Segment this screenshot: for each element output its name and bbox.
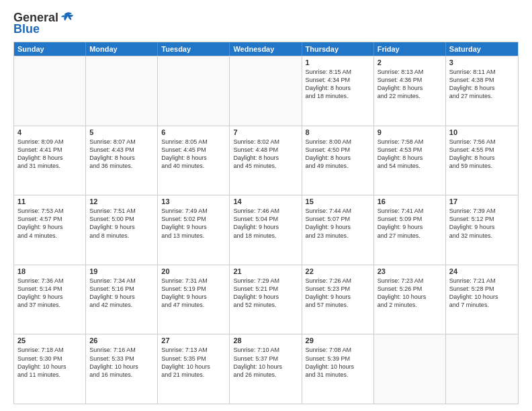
day-info: Sunrise: 7:46 AM Sunset: 5:04 PM Dayligh… [233,207,298,240]
day-info: Sunrise: 7:51 AM Sunset: 5:00 PM Dayligh… [89,207,154,240]
day-info: Sunrise: 7:08 AM Sunset: 5:39 PM Dayligh… [306,346,370,379]
calendar-day-5: 5Sunrise: 8:07 AM Sunset: 4:43 PM Daylig… [86,126,158,195]
calendar-week-1: 1Sunrise: 8:15 AM Sunset: 4:34 PM Daylig… [14,56,518,126]
header-day-sunday: Sunday [14,42,86,56]
day-number: 1 [306,58,370,66]
calendar-day-15: 15Sunrise: 7:44 AM Sunset: 5:07 PM Dayli… [302,195,374,265]
calendar-day-28: 28Sunrise: 7:10 AM Sunset: 5:37 PM Dayli… [230,334,302,404]
day-number: 25 [17,336,82,345]
day-number: 22 [306,267,370,275]
day-info: Sunrise: 7:49 AM Sunset: 5:02 PM Dayligh… [161,207,226,240]
calendar-day-13: 13Sunrise: 7:49 AM Sunset: 5:02 PM Dayli… [158,195,230,265]
day-number: 18 [17,267,82,275]
day-info: Sunrise: 7:56 AM Sunset: 4:55 PM Dayligh… [449,138,515,171]
day-info: Sunrise: 7:36 AM Sunset: 5:14 PM Dayligh… [17,277,82,310]
calendar-day-17: 17Sunrise: 7:39 AM Sunset: 5:12 PM Dayli… [446,195,518,265]
header-day-monday: Monday [86,42,158,56]
calendar-header: SundayMondayTuesdayWednesdayThursdayFrid… [14,42,518,56]
calendar-day-21: 21Sunrise: 7:29 AM Sunset: 5:21 PM Dayli… [230,265,302,334]
header: General Blue [13,11,519,36]
calendar-day-26: 26Sunrise: 7:16 AM Sunset: 5:33 PM Dayli… [86,334,158,404]
calendar-day-1: 1Sunrise: 8:15 AM Sunset: 4:34 PM Daylig… [302,56,374,126]
calendar: SundayMondayTuesdayWednesdayThursdayFrid… [13,42,519,404]
day-number: 26 [89,336,154,345]
day-info: Sunrise: 7:16 AM Sunset: 5:33 PM Dayligh… [89,346,154,379]
day-number: 5 [89,128,154,136]
calendar-day-19: 19Sunrise: 7:34 AM Sunset: 5:16 PM Dayli… [86,265,158,334]
calendar-day-2: 2Sunrise: 8:13 AM Sunset: 4:36 PM Daylig… [374,56,446,126]
header-day-wednesday: Wednesday [230,42,302,56]
calendar-day-24: 24Sunrise: 7:21 AM Sunset: 5:28 PM Dayli… [446,265,518,334]
day-number: 14 [233,197,298,205]
day-number: 8 [306,128,370,136]
day-info: Sunrise: 7:34 AM Sunset: 5:16 PM Dayligh… [89,277,154,310]
day-info: Sunrise: 8:00 AM Sunset: 4:50 PM Dayligh… [306,138,370,171]
header-day-thursday: Thursday [302,42,374,56]
day-number: 10 [449,128,515,136]
header-day-friday: Friday [374,42,446,56]
calendar-day-3: 3Sunrise: 8:11 AM Sunset: 4:38 PM Daylig… [446,56,518,126]
day-number: 6 [161,128,226,136]
day-number: 24 [449,267,515,275]
day-number: 12 [89,197,154,205]
day-number: 27 [161,336,226,345]
day-number: 11 [17,197,82,205]
day-info: Sunrise: 7:26 AM Sunset: 5:23 PM Dayligh… [306,277,370,310]
calendar-empty-cell [86,56,158,126]
header-day-tuesday: Tuesday [158,42,230,56]
calendar-body: 1Sunrise: 8:15 AM Sunset: 4:34 PM Daylig… [14,56,518,404]
calendar-week-3: 11Sunrise: 7:53 AM Sunset: 4:57 PM Dayli… [14,195,518,265]
calendar-week-2: 4Sunrise: 8:09 AM Sunset: 4:41 PM Daylig… [14,126,518,195]
day-info: Sunrise: 7:31 AM Sunset: 5:19 PM Dayligh… [161,277,226,310]
day-info: Sunrise: 7:21 AM Sunset: 5:28 PM Dayligh… [449,277,515,310]
calendar-day-27: 27Sunrise: 7:13 AM Sunset: 5:35 PM Dayli… [158,334,230,404]
day-number: 23 [378,267,442,275]
calendar-day-18: 18Sunrise: 7:36 AM Sunset: 5:14 PM Dayli… [14,265,86,334]
calendar-week-4: 18Sunrise: 7:36 AM Sunset: 5:14 PM Dayli… [14,265,518,334]
calendar-empty-cell [446,334,518,404]
calendar-day-4: 4Sunrise: 8:09 AM Sunset: 4:41 PM Daylig… [14,126,86,195]
calendar-day-29: 29Sunrise: 7:08 AM Sunset: 5:39 PM Dayli… [302,334,374,404]
day-number: 3 [449,58,515,66]
day-number: 9 [378,128,442,136]
day-info: Sunrise: 8:13 AM Sunset: 4:36 PM Dayligh… [378,68,442,101]
calendar-day-11: 11Sunrise: 7:53 AM Sunset: 4:57 PM Dayli… [14,195,86,265]
logo: General Blue [13,11,75,36]
day-number: 15 [306,197,370,205]
day-info: Sunrise: 7:53 AM Sunset: 4:57 PM Dayligh… [17,207,82,240]
calendar-day-8: 8Sunrise: 8:00 AM Sunset: 4:50 PM Daylig… [302,126,374,195]
calendar-day-6: 6Sunrise: 8:05 AM Sunset: 4:45 PM Daylig… [158,126,230,195]
day-info: Sunrise: 7:13 AM Sunset: 5:35 PM Dayligh… [161,346,226,379]
logo-blue-text: Blue [13,22,40,36]
day-number: 21 [233,267,298,275]
day-number: 7 [233,128,298,136]
calendar-day-16: 16Sunrise: 7:41 AM Sunset: 5:09 PM Dayli… [374,195,446,265]
day-info: Sunrise: 7:29 AM Sunset: 5:21 PM Dayligh… [233,277,298,310]
calendar-day-14: 14Sunrise: 7:46 AM Sunset: 5:04 PM Dayli… [230,195,302,265]
day-number: 2 [378,58,442,66]
calendar-day-23: 23Sunrise: 7:23 AM Sunset: 5:26 PM Dayli… [374,265,446,334]
day-info: Sunrise: 8:11 AM Sunset: 4:38 PM Dayligh… [449,68,515,101]
day-info: Sunrise: 7:44 AM Sunset: 5:07 PM Dayligh… [306,207,370,240]
day-info: Sunrise: 7:18 AM Sunset: 5:30 PM Dayligh… [17,346,82,379]
day-number: 19 [89,267,154,275]
calendar-day-10: 10Sunrise: 7:56 AM Sunset: 4:55 PM Dayli… [446,126,518,195]
day-number: 29 [306,336,370,345]
day-info: Sunrise: 7:10 AM Sunset: 5:37 PM Dayligh… [233,346,298,379]
logo-bird-icon [60,11,75,24]
day-info: Sunrise: 7:23 AM Sunset: 5:26 PM Dayligh… [378,277,442,310]
calendar-empty-cell [158,56,230,126]
day-number: 4 [17,128,82,136]
calendar-empty-cell [230,56,302,126]
day-info: Sunrise: 7:58 AM Sunset: 4:53 PM Dayligh… [378,138,442,171]
calendar-day-7: 7Sunrise: 8:02 AM Sunset: 4:48 PM Daylig… [230,126,302,195]
day-info: Sunrise: 7:39 AM Sunset: 5:12 PM Dayligh… [449,207,515,240]
day-info: Sunrise: 8:15 AM Sunset: 4:34 PM Dayligh… [306,68,370,101]
calendar-day-12: 12Sunrise: 7:51 AM Sunset: 5:00 PM Dayli… [86,195,158,265]
calendar-empty-cell [374,334,446,404]
day-info: Sunrise: 7:41 AM Sunset: 5:09 PM Dayligh… [378,207,442,240]
day-info: Sunrise: 8:07 AM Sunset: 4:43 PM Dayligh… [89,138,154,171]
calendar-day-22: 22Sunrise: 7:26 AM Sunset: 5:23 PM Dayli… [302,265,374,334]
day-number: 16 [378,197,442,205]
day-number: 17 [449,197,515,205]
